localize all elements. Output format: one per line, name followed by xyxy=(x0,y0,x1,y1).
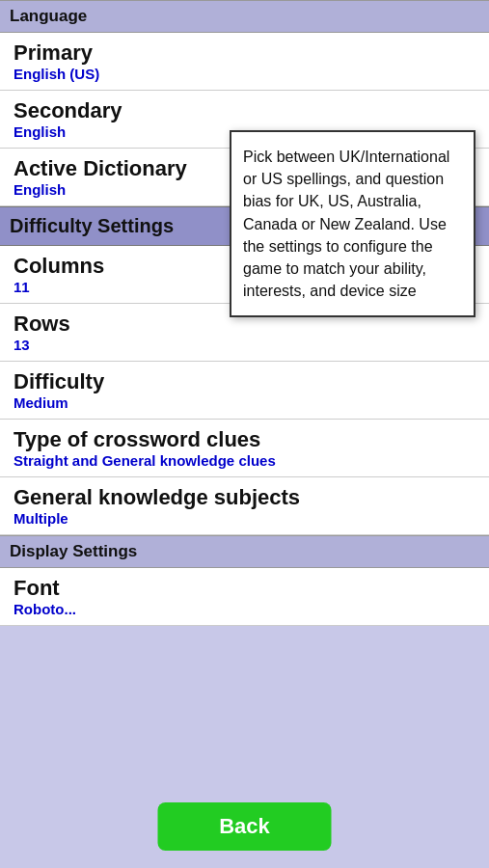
general-knowledge-value: Multiple xyxy=(14,510,475,527)
type-of-clues-value: Straight and General knowledge clues xyxy=(14,452,475,469)
font-value: Roboto... xyxy=(14,601,475,617)
back-button[interactable]: Back xyxy=(158,802,332,851)
difficulty-value: Medium xyxy=(14,394,475,411)
type-of-clues-setting[interactable]: Type of crossword clues Straight and Gen… xyxy=(0,420,489,477)
back-button-container: Back xyxy=(0,802,489,851)
type-of-clues-label: Type of crossword clues xyxy=(14,427,475,452)
secondary-label: Secondary xyxy=(14,98,475,123)
primary-setting[interactable]: Primary English (US) xyxy=(0,33,489,91)
general-knowledge-label: General knowledge subjects xyxy=(14,485,475,510)
difficulty-setting[interactable]: Difficulty Medium xyxy=(0,362,489,420)
primary-value: English (US) xyxy=(14,66,475,82)
difficulty-label: Difficulty xyxy=(14,369,475,394)
font-setting[interactable]: Font Roboto... xyxy=(0,568,489,626)
tooltip-text: Pick between UK/International or US spel… xyxy=(243,149,449,299)
font-label: Font xyxy=(14,576,475,601)
general-knowledge-setting[interactable]: General knowledge subjects Multiple xyxy=(0,477,489,535)
rows-value: 13 xyxy=(14,337,475,353)
language-section-header: Language xyxy=(0,0,489,33)
display-settings-header: Display Settings xyxy=(0,535,489,568)
tooltip-popup: Pick between UK/International or US spel… xyxy=(230,130,475,317)
primary-label: Primary xyxy=(14,41,475,66)
